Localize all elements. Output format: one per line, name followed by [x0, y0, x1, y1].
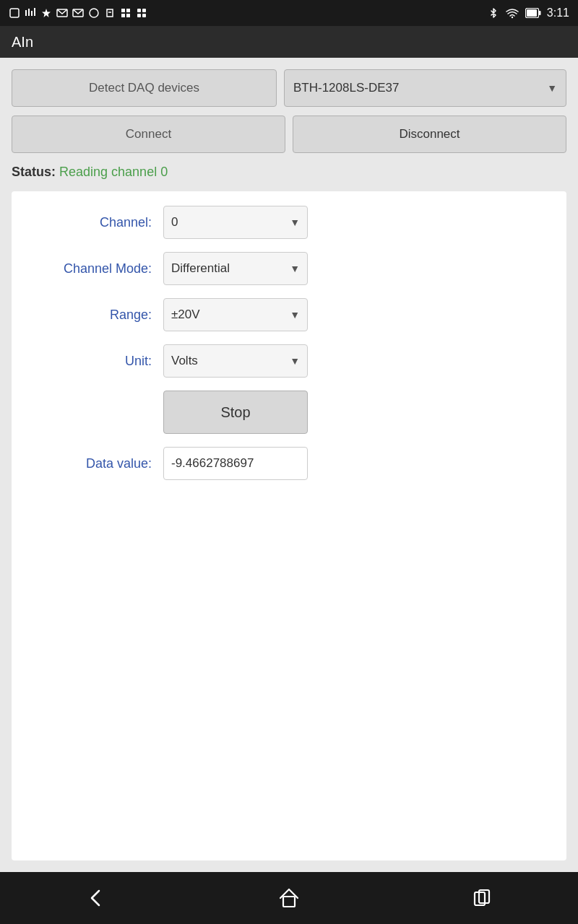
back-icon	[83, 885, 109, 911]
range-dropdown[interactable]: ±20V ▼	[163, 298, 308, 331]
status-value: Reading channel 0	[59, 165, 168, 179]
svg-rect-16	[142, 14, 146, 17]
phone-icon	[9, 7, 20, 19]
channel-value: 0	[171, 215, 178, 230]
svg-rect-12	[126, 14, 130, 17]
stop-button-row: Stop	[33, 391, 545, 434]
data-value-label: Data value:	[33, 456, 163, 471]
svg-rect-15	[137, 14, 141, 17]
main-content: Detect DAQ devices BTH-1208LS-DE37 ▼ Con…	[0, 58, 578, 872]
connect-disconnect-row: Connect Disconnect	[12, 116, 566, 153]
home-icon	[276, 885, 302, 911]
wifi-icon	[505, 7, 519, 19]
channel-mode-row: Channel Mode: Differential ▼	[33, 252, 545, 285]
channel-dropdown-arrow-icon: ▼	[290, 217, 300, 228]
device-name-label: BTH-1208LS-DE37	[293, 81, 399, 95]
svg-point-17	[512, 17, 513, 18]
star-icon	[40, 7, 52, 19]
channel-mode-value: Differential	[171, 261, 230, 276]
battery-icon	[525, 8, 541, 18]
channel-dropdown[interactable]: 0 ▼	[163, 206, 308, 239]
status-label: Status:	[12, 165, 56, 179]
svg-rect-3	[31, 11, 33, 16]
stop-button[interactable]: Stop	[163, 391, 308, 434]
channel-mode-dropdown[interactable]: Differential ▼	[163, 252, 308, 285]
back-button[interactable]	[74, 876, 118, 920]
title-bar: AIn	[0, 26, 578, 58]
range-label: Range:	[33, 308, 163, 323]
app-title: AIn	[12, 34, 33, 51]
status-bar-left-icons	[9, 7, 147, 19]
recents-button[interactable]	[460, 876, 504, 920]
bluetooth-icon	[488, 7, 499, 19]
detect-daq-button[interactable]: Detect DAQ devices	[12, 69, 277, 107]
svg-rect-10	[126, 9, 130, 12]
disconnect-button[interactable]: Disconnect	[293, 116, 566, 153]
unit-dropdown-arrow-icon: ▼	[290, 355, 300, 367]
device-dropdown-arrow-icon: ▼	[547, 82, 557, 94]
svg-rect-11	[121, 14, 125, 17]
channel-mode-label: Channel Mode:	[33, 261, 163, 276]
home-button[interactable]	[267, 876, 311, 920]
svg-rect-20	[538, 11, 540, 15]
status-line: Status: Reading channel 0	[12, 162, 566, 183]
app3-icon	[120, 7, 131, 19]
unit-dropdown[interactable]: Volts ▼	[163, 344, 308, 378]
time-display: 3:11	[547, 6, 569, 19]
bottom-nav	[0, 872, 578, 924]
data-value-row: Data value: -9.4662788697	[33, 447, 545, 480]
status-bar-right-icons: 3:11	[488, 6, 569, 19]
unit-value: Volts	[171, 354, 198, 368]
mail2-icon	[72, 7, 84, 19]
svg-rect-4	[34, 8, 35, 16]
app4-icon	[136, 7, 147, 19]
svg-rect-9	[121, 9, 125, 12]
settings-panel: Channel: 0 ▼ Channel Mode: Differential …	[12, 191, 566, 860]
range-dropdown-arrow-icon: ▼	[290, 309, 300, 321]
svg-point-8	[90, 9, 98, 17]
svg-rect-21	[283, 897, 295, 907]
channel-mode-dropdown-arrow-icon: ▼	[290, 263, 300, 274]
svg-rect-13	[137, 9, 141, 12]
svg-marker-5	[42, 9, 51, 17]
status-bar: 3:11	[0, 0, 578, 26]
mail-icon	[56, 7, 68, 19]
recents-icon	[469, 885, 495, 911]
unit-row: Unit: Volts ▼	[33, 344, 545, 378]
app2-icon	[104, 7, 116, 19]
svg-rect-14	[142, 9, 146, 12]
svg-rect-2	[28, 9, 30, 16]
channel-row: Channel: 0 ▼	[33, 206, 545, 239]
unit-label: Unit:	[33, 354, 163, 369]
channel-label: Channel:	[33, 215, 163, 230]
svg-rect-19	[527, 9, 537, 17]
detect-device-row: Detect DAQ devices BTH-1208LS-DE37 ▼	[12, 69, 566, 107]
connect-button[interactable]: Connect	[12, 116, 285, 153]
grid-icon	[25, 7, 36, 19]
device-selector-dropdown[interactable]: BTH-1208LS-DE37 ▼	[284, 69, 566, 107]
data-value-display: -9.4662788697	[163, 447, 308, 480]
app1-icon	[88, 7, 100, 19]
range-row: Range: ±20V ▼	[33, 298, 545, 331]
svg-rect-1	[25, 10, 27, 16]
range-value: ±20V	[171, 308, 200, 322]
svg-rect-0	[10, 9, 19, 17]
